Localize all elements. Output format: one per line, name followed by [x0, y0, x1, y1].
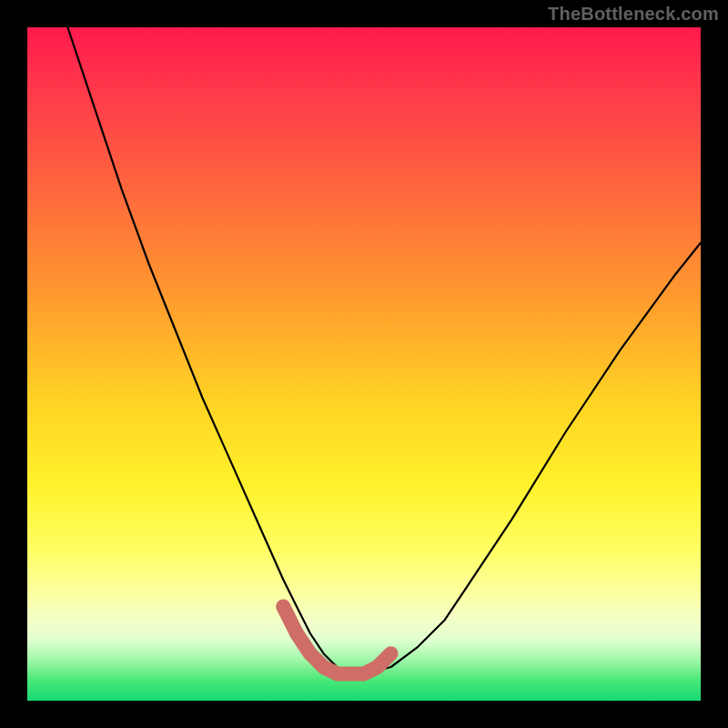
watermark-text: TheBottleneck.com — [548, 4, 719, 25]
optimal-range-highlight — [283, 606, 390, 673]
curve-layer — [27, 27, 701, 701]
chart-stage: TheBottleneck.com — [0, 0, 728, 728]
bottleneck-curve — [67, 27, 701, 673]
plot-area — [27, 27, 701, 701]
